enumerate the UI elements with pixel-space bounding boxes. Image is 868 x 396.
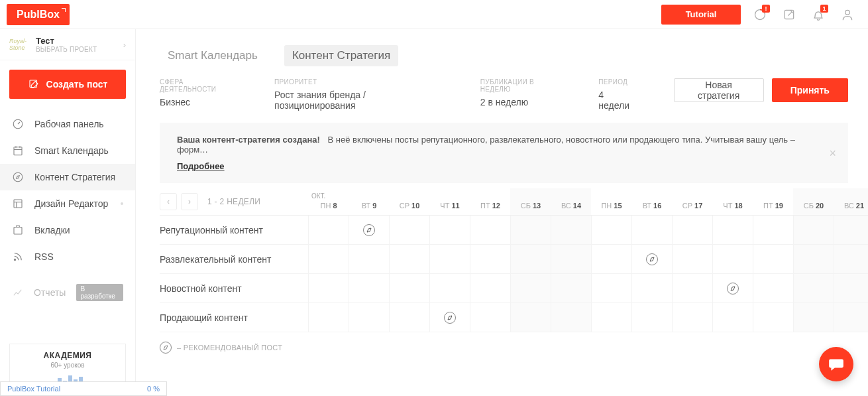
calendar-cell[interactable] xyxy=(551,274,591,302)
calendar-cell[interactable] xyxy=(389,274,429,302)
sidebar-item-dashboard[interactable]: Рабочая панель xyxy=(0,111,135,137)
tutorial-bar-label: PublBox Tutorial xyxy=(7,385,60,393)
project-selector[interactable]: Royal-Stone Тест ВЫБРАТЬ ПРОЕКТ › xyxy=(0,29,135,60)
tutorial-progress-bar[interactable]: PublBox Tutorial 0 % xyxy=(0,381,167,396)
chat-button[interactable] xyxy=(819,347,853,381)
day-header: ВТ 16 xyxy=(631,188,672,215)
bell-icon[interactable]: 1 xyxy=(811,7,826,22)
alert-more-link[interactable]: Подробнее xyxy=(177,161,225,171)
calendar-cell[interactable] xyxy=(631,245,672,273)
calendar-cell[interactable] xyxy=(510,274,551,302)
recommended-post-icon xyxy=(646,253,658,265)
calendar-cell[interactable] xyxy=(349,245,389,273)
calendar-cell[interactable] xyxy=(793,216,834,244)
progress-icon[interactable]: ! xyxy=(753,7,767,22)
create-post-button[interactable]: Создать пост xyxy=(9,70,126,99)
calendar-cell[interactable] xyxy=(591,245,631,273)
calendar-cell[interactable] xyxy=(753,245,793,273)
calendar-cell[interactable] xyxy=(712,303,753,332)
calendar-cell[interactable] xyxy=(672,303,712,332)
calendar-cell[interactable] xyxy=(672,245,712,273)
calendar-cell[interactable] xyxy=(429,245,470,273)
calendar-cell[interactable] xyxy=(793,274,834,302)
calendar-cell[interactable] xyxy=(672,216,712,244)
calendar-row: Новостной контент xyxy=(160,274,868,303)
calendar-cell[interactable] xyxy=(551,216,591,244)
next-week-button[interactable]: › xyxy=(181,193,198,210)
calendar-cell[interactable] xyxy=(834,245,868,273)
academy-subtitle: 60+ уроков xyxy=(17,362,119,369)
calendar-cell[interactable] xyxy=(834,216,868,244)
filter-period-label: ПЕРИОД xyxy=(598,78,633,86)
sidebar-item-reports: Отчеты В разработке xyxy=(0,279,135,306)
day-header: ВС 14 xyxy=(551,188,591,215)
calendar-cell[interactable] xyxy=(753,274,793,302)
calendar-cell[interactable] xyxy=(349,274,389,302)
calendar-cell[interactable] xyxy=(631,303,672,332)
calendar-cell[interactable] xyxy=(349,303,389,332)
sidebar-item-rss[interactable]: RSS xyxy=(0,243,135,270)
calendar-cell[interactable] xyxy=(753,303,793,332)
legend: – РЕКОМЕНДОВАНЫЙ ПОСТ xyxy=(160,332,868,363)
sidebar-item-tabs[interactable]: Вкладки xyxy=(0,217,135,243)
sidebar-item-smart-calendar[interactable]: Smart Календарь xyxy=(0,137,135,164)
svg-rect-7 xyxy=(14,200,22,208)
calendar-cell[interactable] xyxy=(470,303,510,332)
calendar-cell[interactable] xyxy=(551,245,591,273)
project-title: Тест xyxy=(36,36,97,46)
calendar-cell[interactable] xyxy=(551,303,591,332)
calendar-cell[interactable] xyxy=(470,245,510,273)
tutorial-button[interactable]: Tutorial xyxy=(661,5,741,25)
calendar-cell[interactable] xyxy=(672,274,712,302)
calendar-header: ‹ › 1 - 2 НЕДЕЛИ ОКТ.ПН 8ВТ 9СР 10ЧТ 11П… xyxy=(160,188,868,216)
calendar-cell[interactable] xyxy=(389,216,429,244)
sidebar-item-design-editor[interactable]: Дизайн Редактор xyxy=(0,190,135,217)
filters-row: СФЕРА ДЕЯТЕЛЬНОСТИ Бизнес ПРИОРИТЕТ Рост… xyxy=(160,78,868,123)
alert-title: Ваша контент-стратегия создана! xyxy=(177,135,320,145)
calendar-cell[interactable] xyxy=(591,216,631,244)
calendar-cell[interactable] xyxy=(834,303,868,332)
calendar-cell[interactable] xyxy=(712,216,753,244)
calendar-cell[interactable] xyxy=(591,274,631,302)
rss-icon xyxy=(12,251,24,263)
calendar-cell[interactable] xyxy=(349,216,389,244)
logo[interactable]: PublBox xyxy=(7,4,70,25)
calendar-cell[interactable] xyxy=(510,216,551,244)
calendar-cell[interactable] xyxy=(308,245,349,273)
calendar-cell[interactable] xyxy=(793,303,834,332)
edit-icon[interactable] xyxy=(782,7,796,22)
calendar-cell[interactable] xyxy=(631,274,672,302)
calendar-cell[interactable] xyxy=(591,303,631,332)
calendar-cell[interactable] xyxy=(429,216,470,244)
calendar-cell[interactable] xyxy=(389,303,429,332)
accept-button[interactable]: Принять xyxy=(772,78,848,102)
calendar-cell[interactable] xyxy=(308,303,349,332)
calendar-cell[interactable] xyxy=(753,216,793,244)
calendar-cell[interactable] xyxy=(389,245,429,273)
new-strategy-button[interactable]: Новая стратегия xyxy=(674,78,764,102)
chart-icon xyxy=(12,287,23,298)
calendar-cell[interactable] xyxy=(510,245,551,273)
calendar-cell[interactable] xyxy=(712,245,753,273)
calendar-cell[interactable] xyxy=(712,274,753,302)
close-icon[interactable]: × xyxy=(829,146,836,160)
calendar-cell[interactable] xyxy=(793,245,834,273)
calendar-cell[interactable] xyxy=(631,216,672,244)
calendar-cell[interactable] xyxy=(429,303,470,332)
calendar-cell[interactable] xyxy=(470,216,510,244)
sidebar-item-content-strategy[interactable]: Контент Стратегия xyxy=(0,164,135,190)
calendar-cell[interactable] xyxy=(429,274,470,302)
calendar-cell[interactable] xyxy=(308,274,349,302)
calendar-cell[interactable] xyxy=(834,274,868,302)
day-header: ПН 15 xyxy=(591,188,631,215)
calendar-cell[interactable] xyxy=(308,216,349,244)
tab-smart-calendar[interactable]: Smart Календарь xyxy=(160,45,266,66)
tab-content-strategy[interactable]: Контент Стратегия xyxy=(284,45,398,66)
progress-badge: ! xyxy=(762,5,770,13)
chevron-right-icon: › xyxy=(123,40,126,50)
in-development-badge: В разработке xyxy=(76,284,123,301)
prev-week-button[interactable]: ‹ xyxy=(160,193,177,210)
calendar-cell[interactable] xyxy=(510,303,551,332)
user-icon[interactable] xyxy=(840,7,855,22)
calendar-cell[interactable] xyxy=(470,274,510,302)
